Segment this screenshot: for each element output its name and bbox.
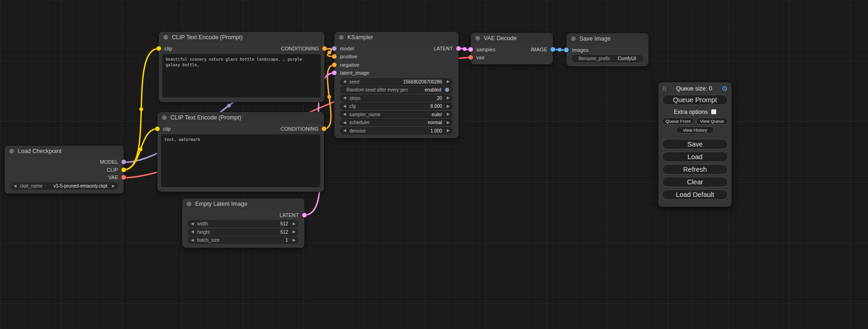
load-button[interactable]: Load — [662, 152, 728, 162]
node-title-bar[interactable]: Save Image — [566, 33, 649, 44]
collapse-dot[interactable] — [571, 36, 576, 41]
increment-arrow[interactable]: ▶ — [293, 238, 296, 242]
node-ksampler[interactable]: KSampler model LATENT positive negative … — [334, 32, 459, 138]
vae-output-dot[interactable] — [121, 175, 126, 180]
negative-input-dot[interactable] — [332, 63, 337, 67]
view-history-button[interactable]: View History — [676, 126, 714, 133]
clip-input-dot[interactable] — [155, 126, 160, 131]
increment-arrow[interactable]: ▶ — [447, 121, 450, 125]
ckpt-name-widget[interactable]: ◀ ckpt_name v1-5-pruned-emaonly.ckpt ▶ — [10, 182, 118, 189]
latent-output-dot[interactable] — [456, 46, 461, 51]
node-clip-text-encode-positive[interactable]: CLIP Text Encode (Prompt) clip CONDITION… — [159, 32, 325, 102]
conditioning-output-dot[interactable] — [322, 126, 326, 131]
slot-row: vae — [471, 54, 553, 62]
widget-label: filename_prefix — [579, 56, 610, 61]
increment-arrow[interactable]: ▶ — [112, 184, 115, 188]
drag-handle-icon[interactable]: ⠿ — [662, 85, 667, 92]
decrement-arrow[interactable]: ◀ — [191, 222, 194, 226]
positive-input-label: positive — [340, 54, 357, 59]
slot-row: latent_image — [334, 69, 459, 77]
scheduler-widget[interactable]: ◀ scheduler normal ▶ — [340, 119, 453, 126]
image-output-dot[interactable] — [550, 47, 555, 52]
decrement-arrow[interactable]: ◀ — [343, 96, 346, 100]
positive-input-dot[interactable] — [332, 54, 337, 59]
decrement-arrow[interactable]: ◀ — [343, 105, 346, 108]
seed-widget[interactable]: ◀ seed 156680208700286 ▶ — [340, 78, 453, 85]
queue-front-button[interactable]: Queue Front — [662, 118, 694, 125]
clip-output-dot[interactable] — [121, 168, 126, 172]
widget-value: enabled — [424, 87, 441, 92]
node-load-checkpoint[interactable]: Load Checkpoint MODEL CLIP VAE ◀ ckpt_na… — [5, 146, 124, 194]
widget-value: ComfyUI — [618, 56, 636, 61]
latent-image-input-dot[interactable] — [332, 70, 337, 75]
conditioning-output-label: CONDITIONING — [281, 126, 318, 132]
random-seed-toggle-widget[interactable]: Random seed after every gen enabled — [340, 86, 453, 93]
node-save-image[interactable]: Save Image images filename_prefix ComfyU… — [566, 33, 649, 66]
node-clip-text-encode-negative[interactable]: CLIP Text Encode (Prompt) clip CONDITION… — [157, 112, 324, 192]
decrement-arrow[interactable]: ◀ — [343, 129, 346, 133]
decrement-arrow[interactable]: ◀ — [191, 238, 194, 242]
node-graph-canvas[interactable]: Load Checkpoint MODEL CLIP VAE ◀ ckpt_na… — [0, 0, 868, 329]
settings-gear-icon[interactable]: ⚙ — [722, 84, 728, 93]
node-empty-latent-image[interactable]: Empty Latent Image LATENT ◀ width 512 ▶ … — [182, 198, 304, 248]
batch-size-widget[interactable]: ◀ batch_size 1 ▶ — [188, 237, 299, 244]
collapse-dot[interactable] — [9, 149, 14, 154]
collapse-dot[interactable] — [339, 35, 344, 40]
collapse-dot[interactable] — [475, 36, 480, 41]
images-input-dot[interactable] — [564, 48, 569, 52]
filename-prefix-widget[interactable]: filename_prefix ComfyUI — [572, 55, 643, 62]
denoise-widget[interactable]: ◀ denoise 1.000 ▶ — [340, 127, 453, 134]
node-title-bar[interactable]: Empty Latent Image — [182, 198, 304, 210]
model-output-dot[interactable] — [121, 160, 126, 164]
node-title-bar[interactable]: CLIP Text Encode (Prompt) — [159, 32, 325, 43]
latent-output-label: LATENT — [280, 212, 299, 218]
load-default-button[interactable]: Load Default — [662, 189, 728, 200]
increment-arrow[interactable]: ▶ — [447, 96, 450, 100]
decrement-arrow[interactable]: ◀ — [343, 121, 346, 125]
increment-arrow[interactable]: ▶ — [293, 230, 296, 234]
node-title-bar[interactable]: KSampler — [334, 32, 459, 43]
sampler-name-widget[interactable]: ◀ sampler_name euler ▶ — [340, 111, 453, 118]
increment-arrow[interactable]: ▶ — [447, 80, 450, 84]
increment-arrow[interactable]: ▶ — [447, 112, 450, 116]
widget-label: cfg — [349, 104, 355, 109]
collapse-dot[interactable] — [162, 115, 167, 120]
queue-prompt-button[interactable]: Queue Prompt — [662, 95, 728, 105]
increment-arrow[interactable]: ▶ — [447, 129, 450, 133]
decrement-arrow[interactable]: ◀ — [343, 80, 346, 84]
conditioning-output-dot[interactable] — [322, 46, 327, 51]
positive-prompt-textarea[interactable]: beautiful scenery nature glass bottle la… — [162, 54, 321, 98]
model-input-dot[interactable] — [332, 46, 337, 51]
collapse-dot[interactable] — [187, 202, 191, 206]
increment-arrow[interactable]: ▶ — [447, 105, 450, 108]
cfg-widget[interactable]: ◀ cfg 8.000 ▶ — [340, 103, 453, 110]
wire-midpoint-dot — [463, 47, 466, 51]
height-widget[interactable]: ◀ height 512 ▶ — [188, 229, 299, 236]
decrement-arrow[interactable]: ◀ — [14, 184, 16, 188]
negative-prompt-textarea[interactable]: text, watermark — [161, 134, 320, 187]
latent-output-dot[interactable] — [302, 213, 307, 217]
node-title-bar[interactable]: Load Checkpoint — [5, 146, 124, 157]
refresh-button[interactable]: Refresh — [662, 164, 728, 175]
clear-button[interactable]: Clear — [662, 177, 728, 187]
node-title-bar[interactable]: CLIP Text Encode (Prompt) — [157, 112, 324, 123]
steps-widget[interactable]: ◀ steps 20 ▶ — [340, 95, 453, 102]
collapse-dot[interactable] — [163, 35, 168, 40]
decrement-arrow[interactable]: ◀ — [343, 112, 346, 116]
node-vae-decode[interactable]: VAE Decode samples IMAGE vae — [471, 33, 553, 64]
increment-arrow[interactable]: ▶ — [293, 222, 296, 226]
wire-midpoint-dot — [327, 95, 331, 99]
vae-input-dot[interactable] — [468, 55, 473, 60]
wire-midpoint-dot — [328, 51, 332, 55]
decrement-arrow[interactable]: ◀ — [191, 230, 194, 234]
samples-input-label: samples — [476, 47, 495, 52]
toggle-dot[interactable] — [445, 88, 449, 92]
node-title-bar[interactable]: VAE Decode — [471, 33, 553, 44]
clip-input-dot[interactable] — [156, 46, 161, 51]
view-queue-button[interactable]: View Queue — [696, 118, 728, 125]
save-button[interactable]: Save — [662, 139, 728, 149]
samples-input-dot[interactable] — [468, 47, 473, 52]
vae-output-label: VAE — [108, 175, 118, 180]
width-widget[interactable]: ◀ width 512 ▶ — [188, 220, 299, 227]
extra-options-checkbox[interactable] — [711, 109, 716, 114]
